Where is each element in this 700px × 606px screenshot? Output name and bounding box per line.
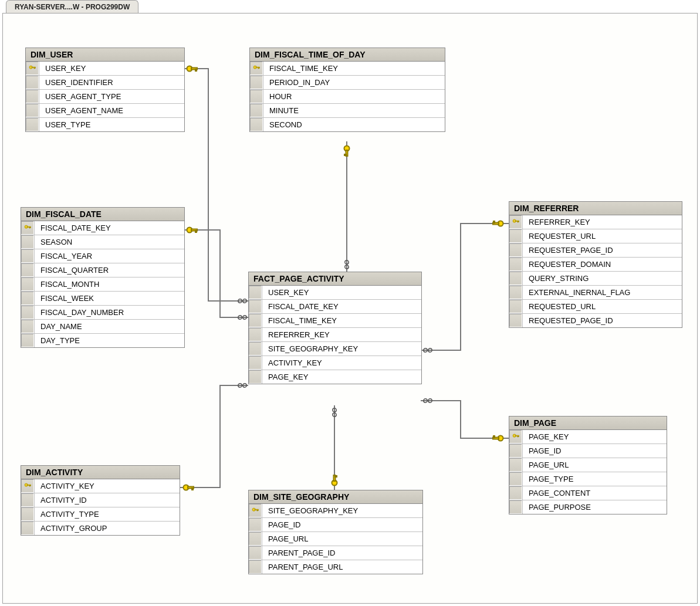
column-row[interactable]: PAGE_ID bbox=[249, 518, 422, 532]
column-row[interactable]: ACTIVITY_ID bbox=[21, 493, 180, 507]
row-selector[interactable] bbox=[249, 532, 262, 546]
table-dim-user[interactable]: DIM_USER USER_KEYUSER_IDENTIFIERUSER_AGE… bbox=[25, 48, 185, 132]
column-row[interactable]: FISCAL_YEAR bbox=[21, 249, 184, 263]
column-name[interactable]: PERIOD_IN_DAY bbox=[263, 76, 445, 89]
row-selector[interactable] bbox=[509, 314, 523, 327]
row-selector[interactable] bbox=[26, 90, 39, 103]
table-title[interactable]: DIM_FISCAL_DATE bbox=[21, 208, 184, 221]
column-row[interactable]: FISCAL_TIME_KEY bbox=[250, 62, 445, 76]
column-name[interactable]: USER_IDENTIFIER bbox=[39, 76, 184, 89]
row-selector[interactable] bbox=[21, 292, 35, 305]
row-selector[interactable] bbox=[509, 229, 523, 243]
row-selector[interactable] bbox=[249, 328, 262, 341]
column-name[interactable]: FISCAL_WEEK bbox=[35, 292, 184, 305]
column-name[interactable]: USER_KEY bbox=[262, 286, 421, 299]
column-row[interactable]: PAGE_KEY bbox=[249, 370, 421, 384]
column-row[interactable]: ACTIVITY_KEY bbox=[21, 479, 180, 493]
column-name[interactable]: ACTIVITY_ID bbox=[35, 493, 180, 507]
row-selector[interactable] bbox=[21, 306, 35, 319]
row-selector[interactable] bbox=[21, 263, 35, 277]
column-name[interactable]: HOUR bbox=[263, 90, 445, 103]
diagram-surface[interactable]: DIM_USER USER_KEYUSER_IDENTIFIERUSER_AGE… bbox=[2, 13, 698, 604]
row-selector[interactable] bbox=[509, 272, 523, 285]
row-selector[interactable] bbox=[249, 342, 262, 356]
row-selector[interactable] bbox=[21, 493, 35, 507]
table-fact-page-activity[interactable]: FACT_PAGE_ACTIVITYUSER_KEYFISCAL_DATE_KE… bbox=[248, 272, 422, 384]
table-dim-activity[interactable]: DIM_ACTIVITY ACTIVITY_KEYACTIVITY_IDACTI… bbox=[21, 465, 180, 536]
column-name[interactable]: SITE_GEOGRAPHY_KEY bbox=[262, 504, 422, 517]
column-name[interactable]: PAGE_URL bbox=[523, 458, 667, 472]
column-row[interactable]: PAGE_CONTENT bbox=[509, 486, 667, 500]
column-name[interactable]: SEASON bbox=[35, 235, 184, 249]
column-name[interactable]: FISCAL_TIME_KEY bbox=[262, 314, 421, 327]
table-dim-fiscal-time-of-day[interactable]: DIM_FISCAL_TIME_OF_DAY FISCAL_TIME_KEYPE… bbox=[249, 48, 445, 132]
row-selector[interactable] bbox=[249, 370, 262, 384]
column-name[interactable]: SITE_GEOGRAPHY_KEY bbox=[262, 342, 421, 356]
column-name[interactable]: PAGE_CONTENT bbox=[523, 486, 667, 500]
column-name[interactable]: SECOND bbox=[263, 118, 445, 131]
column-name[interactable]: PAGE_ID bbox=[262, 518, 422, 531]
column-name[interactable]: ACTIVITY_KEY bbox=[262, 356, 421, 370]
column-row[interactable]: ACTIVITY_GROUP bbox=[21, 522, 180, 535]
row-selector[interactable] bbox=[26, 118, 39, 131]
column-name[interactable]: PAGE_TYPE bbox=[523, 472, 667, 486]
row-selector[interactable] bbox=[509, 458, 523, 472]
row-selector[interactable] bbox=[21, 249, 35, 263]
column-name[interactable]: FISCAL_DATE_KEY bbox=[35, 221, 184, 235]
column-row[interactable]: REQUESTED_PAGE_ID bbox=[509, 314, 682, 327]
column-row[interactable]: PARENT_PAGE_ID bbox=[249, 546, 422, 560]
document-tab[interactable]: RYAN-SERVER....W - PROG299DW bbox=[6, 0, 138, 13]
column-row[interactable]: SITE_GEOGRAPHY_KEY bbox=[249, 504, 422, 518]
row-selector[interactable] bbox=[509, 286, 523, 299]
pk-indicator[interactable] bbox=[26, 62, 39, 75]
pk-indicator[interactable] bbox=[250, 62, 263, 75]
column-row[interactable]: PAGE_TYPE bbox=[509, 472, 667, 486]
column-row[interactable]: USER_KEY bbox=[249, 286, 421, 300]
row-selector[interactable] bbox=[21, 320, 35, 333]
column-row[interactable]: DAY_NAME bbox=[21, 320, 184, 334]
row-selector[interactable] bbox=[21, 277, 35, 291]
column-name[interactable]: FISCAL_QUARTER bbox=[35, 263, 184, 277]
column-row[interactable]: REQUESTER_URL bbox=[509, 229, 682, 243]
pk-indicator[interactable] bbox=[509, 215, 523, 229]
column-name[interactable]: FISCAL_MONTH bbox=[35, 277, 184, 291]
column-row[interactable]: PAGE_ID bbox=[509, 444, 667, 458]
row-selector[interactable] bbox=[249, 546, 262, 560]
column-row[interactable]: SITE_GEOGRAPHY_KEY bbox=[249, 342, 421, 356]
column-name[interactable]: DAY_NAME bbox=[35, 320, 184, 333]
column-name[interactable]: PARENT_PAGE_ID bbox=[262, 546, 422, 560]
table-title[interactable]: DIM_SITE_GEOGRAPHY bbox=[249, 490, 422, 504]
column-name[interactable]: REQUESTER_PAGE_ID bbox=[523, 243, 682, 257]
column-row[interactable]: ACTIVITY_KEY bbox=[249, 356, 421, 370]
column-name[interactable]: FISCAL_TIME_KEY bbox=[263, 62, 445, 75]
column-name[interactable]: FISCAL_DAY_NUMBER bbox=[35, 306, 184, 319]
table-dim-page[interactable]: DIM_PAGE PAGE_KEYPAGE_IDPAGE_URLPAGE_TYP… bbox=[509, 416, 667, 514]
table-title[interactable]: DIM_FISCAL_TIME_OF_DAY bbox=[250, 48, 445, 62]
row-selector[interactable] bbox=[249, 356, 262, 370]
pk-indicator[interactable] bbox=[509, 430, 523, 444]
row-selector[interactable] bbox=[509, 472, 523, 486]
column-row[interactable]: FISCAL_TIME_KEY bbox=[249, 314, 421, 328]
column-row[interactable]: DAY_TYPE bbox=[21, 334, 184, 347]
column-row[interactable]: PAGE_URL bbox=[509, 458, 667, 472]
column-row[interactable]: USER_TYPE bbox=[26, 118, 184, 131]
column-name[interactable]: PAGE_KEY bbox=[523, 430, 667, 444]
column-row[interactable]: REQUESTER_DOMAIN bbox=[509, 258, 682, 272]
row-selector[interactable] bbox=[249, 314, 262, 327]
column-name[interactable]: REQUESTED_URL bbox=[523, 300, 682, 313]
column-name[interactable]: FISCAL_DATE_KEY bbox=[262, 300, 421, 313]
column-row[interactable]: ACTIVITY_TYPE bbox=[21, 507, 180, 522]
column-row[interactable]: REQUESTER_PAGE_ID bbox=[509, 243, 682, 258]
row-selector[interactable] bbox=[249, 286, 262, 299]
column-name[interactable]: USER_AGENT_TYPE bbox=[39, 90, 184, 103]
column-row[interactable]: SECOND bbox=[250, 118, 445, 131]
column-row[interactable]: PERIOD_IN_DAY bbox=[250, 76, 445, 90]
column-row[interactable]: FISCAL_DATE_KEY bbox=[249, 300, 421, 314]
row-selector[interactable] bbox=[26, 76, 39, 89]
row-selector[interactable] bbox=[509, 500, 523, 514]
row-selector[interactable] bbox=[509, 486, 523, 500]
row-selector[interactable] bbox=[249, 300, 262, 313]
column-row[interactable]: PAGE_PURPOSE bbox=[509, 500, 667, 514]
column-name[interactable]: REQUESTED_PAGE_ID bbox=[523, 314, 682, 327]
column-name[interactable]: USER_AGENT_NAME bbox=[39, 104, 184, 117]
